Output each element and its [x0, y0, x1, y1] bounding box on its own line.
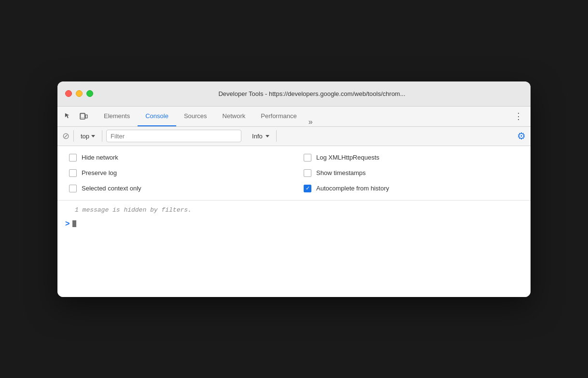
device-icon[interactable] [77, 109, 90, 123]
console-prompt[interactable]: > [65, 219, 523, 228]
tab-elements[interactable]: Elements [96, 107, 138, 126]
console-area: 1 message is hidden by filters. > [57, 201, 531, 297]
svg-rect-0 [80, 113, 85, 119]
log-xhr-checkbox[interactable] [304, 154, 311, 162]
tab-sources[interactable]: Sources [176, 107, 215, 126]
option-show-timestamps: Show timestamps [304, 169, 519, 177]
tab-menu-button[interactable]: ⋮ [510, 111, 527, 122]
tab-performance[interactable]: Performance [253, 107, 304, 126]
hide-network-checkbox[interactable] [69, 154, 77, 162]
toolbar-divider-3 [276, 130, 277, 142]
options-panel: Hide network Log XMLHttpRequests Preserv… [57, 146, 531, 201]
option-preserve-log: Preserve log [69, 169, 284, 177]
option-autocomplete: Autocomplete from history [304, 185, 519, 192]
minimize-button[interactable] [76, 90, 83, 97]
preserve-log-checkbox[interactable] [69, 169, 77, 177]
inspect-icon[interactable] [61, 109, 75, 123]
chevron-down-icon [91, 135, 95, 137]
maximize-button[interactable] [86, 90, 93, 97]
autocomplete-label: Autocomplete from history [316, 185, 389, 192]
log-xhr-label: Log XMLHttpRequests [316, 154, 379, 161]
hidden-message: 1 message is hidden by filters. [65, 206, 523, 214]
context-dropdown[interactable]: top [78, 132, 98, 141]
selected-context-label: Selected context only [82, 185, 141, 192]
prompt-cursor [72, 220, 76, 227]
console-toolbar: ⊘ top Info ⚙ [57, 127, 531, 146]
option-log-xhr: Log XMLHttpRequests [304, 154, 519, 162]
titlebar: Developer Tools - https://developers.goo… [57, 81, 531, 107]
selected-context-checkbox[interactable] [69, 185, 77, 192]
context-label: top [81, 133, 89, 140]
tab-console[interactable]: Console [138, 107, 176, 126]
tabbar: Elements Console Sources Network Perform… [57, 107, 531, 127]
close-button[interactable] [65, 90, 72, 97]
traffic-lights [65, 90, 93, 97]
log-level-label: Info [252, 133, 263, 140]
preserve-log-label: Preserve log [82, 169, 117, 176]
devtools-window: Developer Tools - https://developers.goo… [57, 81, 531, 297]
filter-input[interactable] [106, 130, 241, 142]
autocomplete-checkbox[interactable] [304, 185, 311, 192]
toolbar-divider-1 [73, 130, 74, 142]
more-tabs-button[interactable]: » [305, 118, 317, 126]
prompt-arrow-icon: > [65, 219, 70, 228]
tab-network[interactable]: Network [215, 107, 253, 126]
show-timestamps-checkbox[interactable] [304, 169, 311, 177]
log-level-dropdown[interactable]: Info [249, 132, 272, 141]
tabs: Elements Console Sources Network Perform… [96, 107, 510, 126]
svg-rect-3 [86, 115, 87, 118]
show-timestamps-label: Show timestamps [316, 169, 366, 176]
toolbar-divider-2 [102, 130, 102, 142]
option-selected-context: Selected context only [69, 185, 284, 192]
settings-gear-icon[interactable]: ⚙ [517, 130, 526, 142]
window-title: Developer Tools - https://developers.goo… [101, 90, 523, 97]
no-entry-icon[interactable]: ⊘ [62, 131, 70, 141]
hide-network-label: Hide network [82, 154, 118, 161]
devtools-icons [61, 109, 90, 123]
options-grid: Hide network Log XMLHttpRequests Preserv… [69, 154, 519, 192]
svg-rect-1 [81, 114, 84, 118]
option-hide-network: Hide network [69, 154, 284, 162]
chevron-down-icon-2 [266, 135, 269, 137]
